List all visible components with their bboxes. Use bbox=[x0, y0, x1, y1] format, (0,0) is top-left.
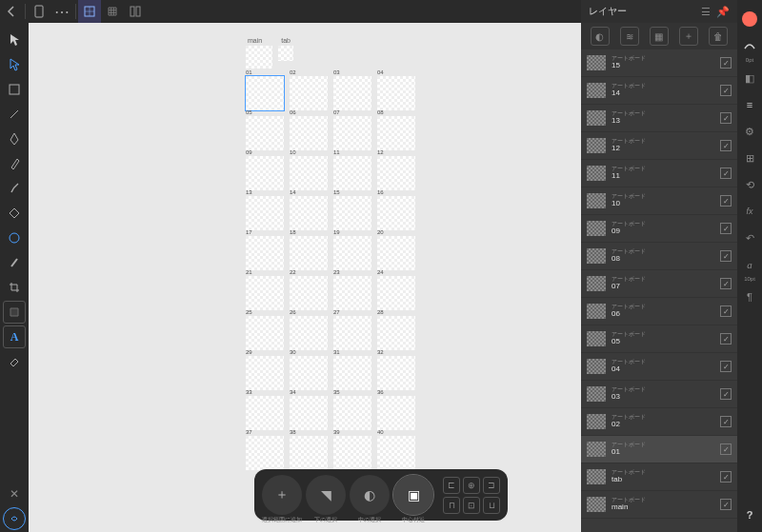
artboard-box[interactable] bbox=[246, 196, 284, 230]
artboard-cell[interactable]: 06 bbox=[290, 116, 328, 150]
artboard-box[interactable] bbox=[333, 76, 371, 110]
layer-visibility-checkbox[interactable]: ✓ bbox=[720, 250, 732, 262]
artboard-main[interactable] bbox=[246, 46, 272, 69]
artboard-cell[interactable]: 19 bbox=[333, 236, 371, 270]
artboard-box[interactable] bbox=[377, 156, 415, 190]
shape-tool[interactable] bbox=[3, 78, 26, 101]
align-btn[interactable]: ⊕ bbox=[463, 477, 480, 494]
adjust-button[interactable]: ⚙ bbox=[740, 122, 759, 141]
artboard-cell[interactable]: 24 bbox=[377, 276, 415, 310]
layer-row[interactable]: アートボード10✓ bbox=[581, 187, 737, 215]
artboard-box[interactable] bbox=[246, 436, 284, 470]
artboard-box[interactable] bbox=[377, 316, 415, 350]
align-btn[interactable]: ⊓ bbox=[443, 497, 460, 514]
layer-row[interactable]: アートボード03✓ bbox=[581, 381, 737, 408]
layer-row[interactable]: アートボード07✓ bbox=[581, 270, 737, 298]
color-swatch[interactable] bbox=[742, 11, 757, 27]
artboard-box[interactable] bbox=[290, 76, 328, 110]
paragraph-button[interactable]: ¶ bbox=[740, 287, 759, 306]
artboard-cell[interactable]: 34 bbox=[290, 396, 328, 430]
layer-row[interactable]: アートボード06✓ bbox=[581, 298, 737, 325]
eyedropper-tool[interactable] bbox=[3, 251, 26, 274]
artboard-box[interactable] bbox=[377, 116, 415, 150]
artboard-box[interactable] bbox=[377, 276, 415, 310]
artboard-cell[interactable]: 31 bbox=[333, 356, 371, 390]
close-tool[interactable]: ✕ bbox=[3, 483, 26, 505]
pen-tool[interactable] bbox=[3, 128, 26, 150]
layer-visibility-checkbox[interactable]: ✓ bbox=[720, 140, 732, 151]
artboard-cell[interactable]: 01 bbox=[246, 76, 284, 110]
artboard-cell[interactable]: 39 bbox=[333, 436, 371, 470]
artboard-box[interactable] bbox=[290, 236, 328, 270]
artboard-cell[interactable]: 35 bbox=[333, 396, 371, 430]
artboard-box[interactable] bbox=[290, 116, 328, 150]
artboard-box[interactable] bbox=[333, 156, 371, 190]
artboard-cell[interactable]: 13 bbox=[246, 196, 284, 230]
layer-row[interactable]: アートボード15✓ bbox=[581, 49, 737, 77]
guides-button[interactable] bbox=[124, 0, 147, 23]
layer-visibility-checkbox[interactable]: ✓ bbox=[720, 361, 732, 372]
artboard-cell[interactable]: 11 bbox=[333, 156, 371, 190]
layer-lock-button[interactable]: ▦ bbox=[650, 27, 669, 46]
artboard-tool[interactable] bbox=[3, 301, 26, 324]
align-btn[interactable]: ⊏ bbox=[443, 477, 460, 494]
artboard-cell[interactable]: 32 bbox=[377, 356, 415, 390]
artboard-box[interactable] bbox=[333, 196, 371, 230]
artboard-box[interactable] bbox=[246, 236, 284, 270]
layer-row[interactable]: ▶アートボード01✓ bbox=[581, 436, 737, 463]
align-btn[interactable]: ⊔ bbox=[483, 497, 500, 514]
line-tool[interactable] bbox=[3, 103, 26, 126]
artboard-box[interactable] bbox=[290, 196, 328, 230]
artboard-box[interactable] bbox=[246, 156, 284, 190]
crop-tool[interactable] bbox=[3, 276, 26, 299]
back-button[interactable] bbox=[0, 0, 23, 23]
artboard-cell[interactable]: 37 bbox=[246, 436, 284, 470]
artboard-box[interactable] bbox=[246, 316, 284, 350]
artboard-box[interactable] bbox=[377, 356, 415, 390]
artboard-box[interactable] bbox=[290, 436, 328, 470]
artboard-box[interactable] bbox=[377, 396, 415, 430]
artboard-box[interactable] bbox=[377, 236, 415, 270]
layer-row[interactable]: アートボード13✓ bbox=[581, 105, 737, 132]
pencil-tool[interactable] bbox=[3, 152, 26, 175]
layer-row[interactable]: アートボード14✓ bbox=[581, 77, 737, 105]
layer-row[interactable]: アートボード04✓ bbox=[581, 353, 737, 381]
artboard-cell[interactable]: 14 bbox=[290, 196, 328, 230]
apps-button[interactable]: ⊞ bbox=[740, 148, 759, 167]
layer-row[interactable]: アートボード12✓ bbox=[581, 132, 737, 160]
move-tool[interactable] bbox=[3, 29, 26, 51]
fx-button[interactable]: fx bbox=[740, 202, 759, 221]
menu-button[interactable]: ⋯ bbox=[50, 0, 73, 23]
artboard-cell[interactable]: 15 bbox=[333, 196, 371, 230]
artboard-cell[interactable]: 03 bbox=[333, 76, 371, 110]
artboard-cell[interactable]: 27 bbox=[333, 316, 371, 350]
layer-row[interactable]: アートボードtab✓ bbox=[581, 463, 737, 491]
context-below-button[interactable]: ◥下の選択 bbox=[306, 475, 346, 515]
transform-button[interactable]: ⟲ bbox=[740, 175, 759, 194]
layers-pin-icon[interactable]: 📌 bbox=[716, 6, 730, 18]
lasso-tool[interactable] bbox=[3, 507, 26, 530]
grid-button[interactable] bbox=[101, 0, 124, 23]
layer-visibility-checkbox[interactable]: ✓ bbox=[720, 499, 732, 510]
fill-tool[interactable] bbox=[3, 202, 26, 225]
text-tool[interactable]: A bbox=[3, 325, 26, 348]
layers-button[interactable]: ≡ bbox=[740, 95, 759, 114]
artboard-cell[interactable]: 12 bbox=[377, 156, 415, 190]
artboard-cell[interactable]: 05 bbox=[246, 116, 284, 150]
layer-visibility-checkbox[interactable]: ✓ bbox=[720, 167, 732, 179]
layer-visibility-checkbox[interactable]: ✓ bbox=[720, 85, 732, 96]
layer-visibility-checkbox[interactable]: ✓ bbox=[720, 388, 732, 400]
artboard-box[interactable] bbox=[333, 276, 371, 310]
artboard-box[interactable] bbox=[377, 196, 415, 230]
eraser-tool[interactable] bbox=[3, 350, 26, 373]
artboard-cell[interactable]: 02 bbox=[290, 76, 328, 110]
artboard-cell[interactable]: 25 bbox=[246, 316, 284, 350]
document-button[interactable] bbox=[28, 0, 50, 23]
artboard-cell[interactable]: 18 bbox=[290, 236, 328, 270]
context-inside-button[interactable]: ◐中の選択 bbox=[350, 475, 390, 515]
artboard-cell[interactable]: 40 bbox=[377, 436, 415, 470]
layer-visibility-checkbox[interactable]: ✓ bbox=[720, 416, 732, 427]
help-button[interactable]: ? bbox=[740, 505, 759, 524]
artboard-box[interactable] bbox=[246, 276, 284, 310]
artboard-cell[interactable]: 16 bbox=[377, 196, 415, 230]
